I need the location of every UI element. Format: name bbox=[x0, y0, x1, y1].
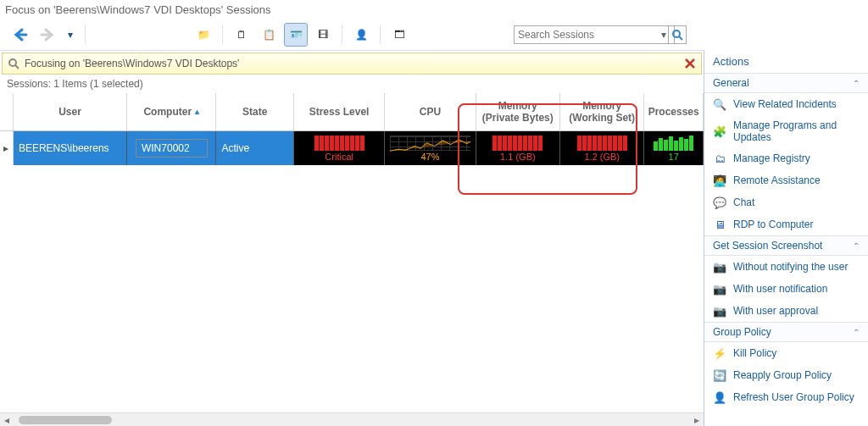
chevron-up-icon: ⌃ bbox=[853, 241, 860, 251]
action-label: Manage Registry bbox=[733, 152, 810, 164]
col-cpu[interactable]: CPU bbox=[385, 93, 476, 130]
stress-bars-icon bbox=[303, 136, 376, 151]
stress-label: Critical bbox=[325, 152, 353, 162]
action-item[interactable]: 📷With user notification bbox=[704, 278, 868, 300]
cell-user: BEERENS\ibeerens bbox=[14, 131, 127, 165]
action-label: Without notifying the user bbox=[733, 261, 848, 273]
scroll-thumb[interactable] bbox=[19, 416, 112, 424]
action-label: Reapply Group Policy bbox=[733, 369, 832, 381]
action-icon: 📷 bbox=[713, 260, 726, 274]
action-icon: 📷 bbox=[713, 282, 726, 296]
col-state[interactable]: State bbox=[216, 93, 293, 130]
window-title: Focus on 'Beerens\Windows7 VDI Desktops'… bbox=[0, 0, 868, 19]
proc-bars-icon bbox=[650, 136, 697, 151]
search-icon bbox=[8, 58, 19, 69]
action-label: RDP to Computer bbox=[733, 219, 813, 230]
cell-state: Active bbox=[216, 131, 293, 165]
action-label: Remote Assistance bbox=[733, 174, 821, 186]
action-item[interactable]: 💬Chat bbox=[704, 191, 868, 213]
chevron-up-icon: ⌃ bbox=[853, 328, 860, 337]
action-item[interactable]: 📷With user approval bbox=[704, 300, 868, 322]
mem-bars-icon bbox=[485, 136, 552, 151]
action-icon: 🖥 bbox=[713, 218, 726, 231]
chevron-up-icon: ⌃ bbox=[853, 79, 860, 88]
search-input[interactable] bbox=[514, 25, 675, 44]
cell-processes: 17 bbox=[644, 131, 704, 165]
row-selector-header bbox=[0, 93, 14, 130]
separator bbox=[85, 25, 86, 44]
cell-computer[interactable]: WIN70002 bbox=[127, 131, 216, 165]
back-button[interactable] bbox=[8, 23, 32, 47]
focus-message: Focusing on 'Beerens\Windows7 VDI Deskto… bbox=[25, 58, 239, 69]
action-item[interactable]: 📷Without notifying the user bbox=[704, 256, 868, 278]
svg-point-2 bbox=[673, 30, 680, 37]
col-memory-private[interactable]: Memory (Private Bytes) bbox=[476, 93, 560, 130]
detail-view-icon[interactable]: 📋 bbox=[257, 23, 281, 47]
action-icon: 🔄 bbox=[713, 368, 726, 382]
card-view-icon[interactable]: 🪪 bbox=[284, 23, 308, 47]
action-label: With user approval bbox=[733, 305, 818, 317]
sessions-count: Sessions: 1 Items (1 selected) bbox=[0, 75, 704, 93]
focus-bar: Focusing on 'Beerens\Windows7 VDI Deskto… bbox=[2, 53, 702, 75]
search-button[interactable] bbox=[668, 25, 687, 44]
action-item[interactable]: 🗂Manage Registry bbox=[704, 147, 868, 169]
action-item[interactable]: 🔄Reapply Group Policy bbox=[704, 364, 868, 386]
separator bbox=[380, 25, 381, 44]
folder-icon[interactable]: 📁 bbox=[192, 23, 215, 47]
close-icon[interactable] bbox=[684, 58, 696, 69]
action-label: With user notification bbox=[733, 283, 827, 295]
scroll-left-icon[interactable]: ◂ bbox=[0, 414, 14, 426]
row-indicator: ▸ bbox=[0, 131, 14, 165]
action-item[interactable]: 🖥RDP to Computer bbox=[704, 213, 868, 235]
action-icon: 🧑‍💻 bbox=[713, 174, 726, 187]
proc-label: 17 bbox=[669, 152, 679, 162]
group-header[interactable]: Get Session Screenshot⌃ bbox=[704, 235, 868, 256]
actions-title: Actions bbox=[704, 50, 868, 73]
action-label: Kill Policy bbox=[733, 347, 776, 359]
dropdown-button[interactable]: ▾ bbox=[63, 23, 78, 47]
forward-button[interactable] bbox=[36, 23, 59, 47]
horizontal-scrollbar[interactable]: ◂ ▸ bbox=[0, 412, 704, 426]
mem-bars-icon bbox=[569, 136, 636, 151]
group-header[interactable]: Group Policy⌃ bbox=[704, 322, 868, 342]
export-icon[interactable]: 🗔 bbox=[387, 23, 411, 47]
col-stress[interactable]: Stress Level bbox=[294, 93, 385, 130]
tile-view-icon[interactable]: 🎞 bbox=[311, 23, 335, 47]
cell-mem-ws: 1.2 (GB) bbox=[560, 131, 644, 165]
sessions-grid: Focusing on 'Beerens\Windows7 VDI Deskto… bbox=[0, 50, 704, 426]
action-label: View Related Incidents bbox=[733, 98, 837, 110]
scroll-right-icon[interactable]: ▸ bbox=[690, 414, 704, 426]
action-icon: 🔍 bbox=[713, 97, 726, 111]
cell-cpu: 47% bbox=[385, 131, 476, 165]
table-row[interactable]: ▸ BEERENS\ibeerens WIN70002 Active Criti… bbox=[0, 131, 704, 165]
action-icon: 🗂 bbox=[713, 152, 726, 165]
action-item[interactable]: ⚡Kill Policy bbox=[704, 342, 868, 364]
action-item[interactable]: 🧑‍💻Remote Assistance bbox=[704, 169, 868, 191]
action-icon: 🧩 bbox=[713, 124, 726, 138]
user-icon[interactable]: 👤 bbox=[349, 23, 373, 47]
action-icon: 💬 bbox=[713, 196, 726, 209]
action-item[interactable]: 👤Refresh User Group Policy bbox=[704, 386, 868, 408]
col-computer[interactable]: Computer bbox=[127, 93, 216, 130]
cell-mem-private: 1.1 (GB) bbox=[476, 131, 560, 165]
col-processes[interactable]: Processes bbox=[644, 93, 704, 130]
actions-pane: Actions General⌃🔍View Related Incidents🧩… bbox=[704, 50, 868, 426]
svg-line-3 bbox=[679, 36, 682, 40]
mem-ws-label: 1.2 (GB) bbox=[584, 152, 620, 162]
action-label: Chat bbox=[733, 196, 754, 208]
separator bbox=[342, 25, 342, 44]
cpu-label: 47% bbox=[420, 152, 439, 162]
table-header: User Computer State Stress Level CPU Mem… bbox=[0, 93, 704, 131]
col-memory-ws[interactable]: Memory (Working Set) bbox=[560, 93, 644, 130]
action-label: Refresh User Group Policy bbox=[733, 391, 854, 403]
cpu-graph-icon bbox=[390, 136, 471, 151]
toolbar: ▾ 📁 🗒 📋 🪪 🎞 👤 🗔 ▾ bbox=[0, 19, 868, 50]
col-user[interactable]: User bbox=[14, 93, 127, 130]
list-view-icon[interactable]: 🗒 bbox=[230, 23, 253, 47]
cell-stress: Critical bbox=[294, 131, 385, 165]
action-item[interactable]: 🔍View Related Incidents bbox=[704, 93, 868, 115]
mem-priv-label: 1.1 (GB) bbox=[500, 152, 536, 162]
action-item[interactable]: 🧩Manage Programs and Updates bbox=[704, 115, 868, 147]
group-header[interactable]: General⌃ bbox=[704, 73, 868, 93]
action-icon: ⚡ bbox=[713, 346, 726, 360]
